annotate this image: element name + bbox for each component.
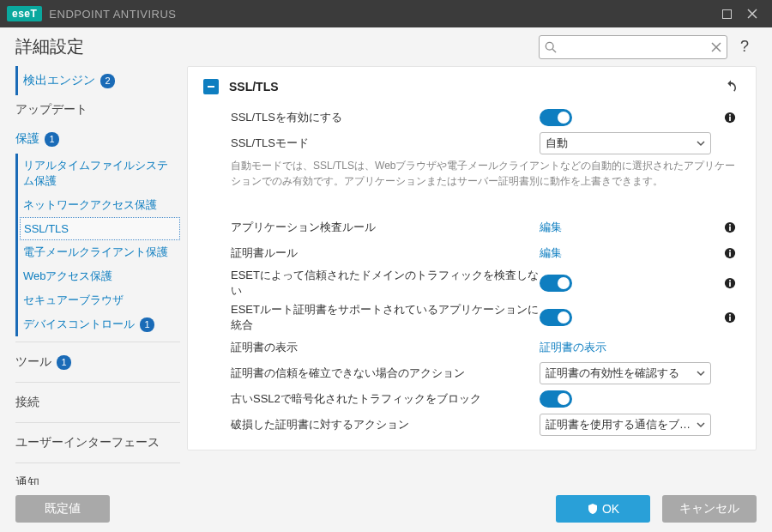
- sidebar-item-device[interactable]: デバイスコントロール 1: [20, 312, 180, 336]
- sidebar-label: 検出エンジン: [23, 73, 95, 88]
- toggle-block-ssl2[interactable]: [540, 390, 572, 408]
- row-label-unknown-cert: 証明書の信頼を確立できない場合のアクション: [203, 366, 540, 381]
- panel-title: SSL/TLS: [229, 80, 721, 94]
- button-label: 既定値: [45, 501, 81, 517]
- sidebar-label: ユーザーインターフェース: [15, 435, 160, 450]
- link-show-cert[interactable]: 証明書の表示: [540, 340, 606, 355]
- sidebar-item-notify[interactable]: 通知: [15, 469, 180, 485]
- select-unknown-cert-action[interactable]: 証明書の有効性を確認する: [540, 362, 711, 384]
- sidebar-item-secure-browser[interactable]: セキュアーブラウザ: [20, 288, 180, 312]
- sidebar-label: 通知: [15, 475, 39, 485]
- sidebar-item-realtime[interactable]: リアルタイムファイルシステム保護: [20, 154, 180, 193]
- select-value: 証明書を使用する通信をブ…: [546, 417, 691, 432]
- ssl-tls-panel: SSL/TLS SSL/TLSを有効にする SSL/TLSモード 自動: [187, 66, 757, 450]
- button-label: キャンセル: [679, 501, 739, 517]
- sidebar-item-connection[interactable]: 接続: [15, 388, 180, 417]
- sidebar-label: 保護: [15, 131, 39, 147]
- brand-badge: eseT: [7, 6, 42, 21]
- sidebar-badge: 1: [45, 132, 59, 147]
- link-app-rule-edit[interactable]: 編集: [540, 220, 562, 235]
- chevron-down-icon: [697, 369, 705, 378]
- revert-button[interactable]: [721, 77, 740, 96]
- sidebar-item-ui[interactable]: ユーザーインターフェース: [15, 428, 180, 457]
- search-icon: [545, 41, 557, 53]
- row-label-root-cert: ESETルート証明書をサポートされているアプリケーションに統合: [203, 302, 540, 333]
- sidebar-label: Webアクセス保護: [23, 269, 113, 284]
- select-ssl-mode[interactable]: 自動: [540, 132, 711, 154]
- ok-button[interactable]: OK: [556, 495, 650, 523]
- svg-rect-9: [729, 117, 731, 121]
- collapse-button[interactable]: [203, 79, 219, 94]
- svg-rect-22: [729, 314, 731, 316]
- svg-point-3: [546, 42, 553, 50]
- row-label-damaged-cert: 破損した証明書に対するアクション: [203, 417, 540, 432]
- sidebar-label: ネットワークアクセス保護: [23, 197, 157, 213]
- row-label-app-rule: アプリケーション検査ルール: [203, 220, 540, 235]
- search-box[interactable]: [539, 35, 727, 59]
- undo-icon: [723, 79, 739, 94]
- brand-name: ENDPOINT ANTIVIRUS: [49, 8, 176, 21]
- svg-rect-16: [729, 250, 731, 251]
- row-label-show-cert: 証明書の表示: [203, 340, 540, 355]
- toggle-trusted-domain[interactable]: [540, 275, 572, 292]
- sidebar-item-protect[interactable]: 保護 1: [15, 124, 180, 154]
- sidebar-item-web[interactable]: Webアクセス保護: [20, 264, 180, 288]
- link-cert-rule-edit[interactable]: 編集: [540, 245, 562, 261]
- header-row: 詳細設定 ?: [0, 27, 772, 66]
- svg-rect-0: [722, 9, 731, 18]
- help-button[interactable]: ?: [733, 38, 757, 56]
- page-title: 詳細設定: [15, 35, 84, 58]
- sidebar-badge: 2: [100, 74, 115, 88]
- sidebar-item-ssltls[interactable]: SSL/TLS: [20, 217, 180, 240]
- svg-rect-18: [729, 282, 731, 287]
- select-value: 証明書の有効性を確認する: [546, 366, 679, 381]
- toggle-enable-ssl[interactable]: [540, 109, 572, 126]
- sidebar-badge: 1: [57, 355, 71, 370]
- row-label-ssl2: 古いSSL2で暗号化されたトラフィックをブロック: [203, 391, 540, 407]
- sidebar-label: デバイスコントロール: [23, 317, 135, 332]
- row-label-cert-rule: 証明書ルール: [203, 245, 540, 261]
- window-close-button[interactable]: [739, 0, 765, 27]
- svg-rect-13: [729, 224, 731, 226]
- shield-icon: [587, 503, 599, 515]
- svg-rect-12: [729, 227, 731, 231]
- mode-note: 自動モードでは、SSL/TLSは、Webブラウザや電子メールクライアントなどの自…: [203, 156, 740, 201]
- minus-icon: [207, 82, 215, 91]
- svg-rect-21: [729, 317, 731, 321]
- sidebar-item-update[interactable]: アップデート: [15, 95, 180, 124]
- window-maximize-button[interactable]: [714, 0, 739, 27]
- default-button[interactable]: 既定値: [15, 495, 110, 523]
- sidebar-item-network[interactable]: ネットワークアクセス保護: [20, 193, 180, 217]
- sidebar-label: ツール: [15, 354, 51, 370]
- clear-search-icon[interactable]: [711, 42, 721, 52]
- cancel-button[interactable]: キャンセル: [662, 495, 757, 523]
- sidebar-label: 接続: [15, 395, 39, 410]
- sidebar: 検出エンジン 2 アップデート 保護 1 リアルタイムファイルシステム保護 ネッ…: [15, 66, 187, 485]
- sidebar-item-detect[interactable]: 検出エンジン 2: [15, 66, 180, 95]
- svg-rect-15: [729, 252, 731, 257]
- info-icon[interactable]: [724, 221, 736, 233]
- chevron-down-icon: [697, 420, 705, 429]
- chevron-down-icon: [697, 139, 705, 148]
- info-icon[interactable]: [724, 311, 736, 323]
- svg-rect-19: [729, 280, 731, 281]
- sidebar-item-email[interactable]: 電子メールクライアント保護: [20, 240, 180, 264]
- info-icon[interactable]: [724, 112, 736, 124]
- select-damaged-cert-action[interactable]: 証明書を使用する通信をブ…: [540, 414, 711, 436]
- title-bar: eseT ENDPOINT ANTIVIRUS: [0, 0, 772, 27]
- toggle-root-cert[interactable]: [540, 309, 572, 326]
- footer: 既定値 OK キャンセル: [0, 485, 772, 532]
- info-icon[interactable]: [724, 277, 736, 289]
- sidebar-badge: 1: [140, 317, 154, 332]
- sidebar-label: SSL/TLS: [24, 222, 69, 235]
- sidebar-label: リアルタイムファイルシステム保護: [23, 158, 177, 189]
- sidebar-item-tool[interactable]: ツール 1: [15, 348, 180, 377]
- sidebar-label: 電子メールクライアント保護: [23, 245, 168, 260]
- button-label: OK: [602, 502, 619, 516]
- select-value: 自動: [546, 136, 568, 151]
- content-area: SSL/TLS SSL/TLSを有効にする SSL/TLSモード 自動: [187, 66, 757, 485]
- search-input[interactable]: [557, 40, 711, 53]
- info-icon[interactable]: [724, 247, 736, 259]
- svg-rect-10: [729, 114, 731, 116]
- row-label-enable: SSL/TLSを有効にする: [203, 110, 540, 125]
